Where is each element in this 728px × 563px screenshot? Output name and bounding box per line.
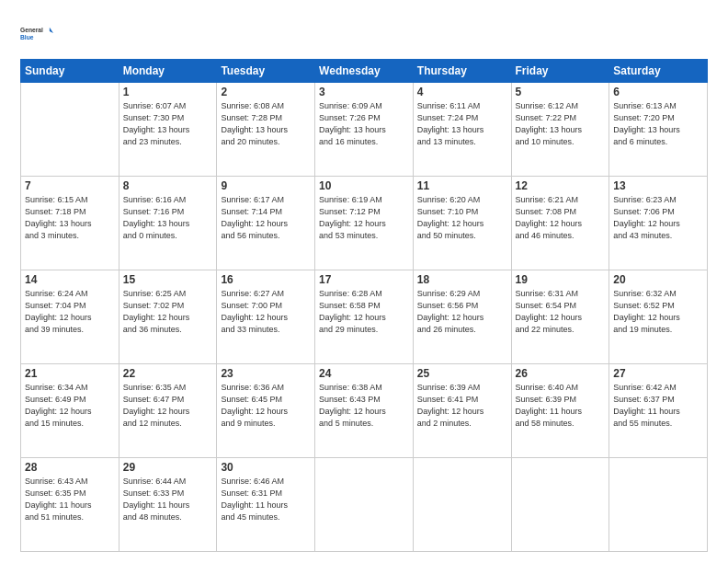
day-info: Sunrise: 6:32 AMSunset: 6:52 PMDaylight:… xyxy=(613,288,703,336)
day-info: Sunrise: 6:11 AMSunset: 7:24 PMDaylight:… xyxy=(417,100,507,148)
day-number: 27 xyxy=(613,367,703,380)
day-number: 10 xyxy=(319,179,409,192)
calendar-cell xyxy=(609,458,708,552)
day-number: 30 xyxy=(221,461,311,474)
day-number: 6 xyxy=(613,86,703,98)
day-info: Sunrise: 6:17 AMSunset: 7:14 PMDaylight:… xyxy=(221,194,311,242)
weekday-header: Thursday xyxy=(413,60,511,83)
calendar-cell: 7Sunrise: 6:15 AMSunset: 7:18 PMDaylight… xyxy=(21,177,119,270)
calendar-cell: 3Sunrise: 6:09 AMSunset: 7:26 PMDaylight… xyxy=(315,83,414,177)
day-info: Sunrise: 6:36 AMSunset: 6:45 PMDaylight:… xyxy=(221,382,311,430)
calendar-week-row: 1Sunrise: 6:07 AMSunset: 7:30 PMDaylight… xyxy=(21,83,708,177)
day-number: 14 xyxy=(25,273,115,286)
day-number: 11 xyxy=(417,179,507,192)
day-info: Sunrise: 6:29 AMSunset: 6:56 PMDaylight:… xyxy=(417,288,507,336)
calendar-cell: 9Sunrise: 6:17 AMSunset: 7:14 PMDaylight… xyxy=(217,177,315,270)
day-info: Sunrise: 6:40 AMSunset: 6:39 PMDaylight:… xyxy=(516,382,606,430)
day-number: 5 xyxy=(516,86,606,98)
day-info: Sunrise: 6:15 AMSunset: 7:18 PMDaylight:… xyxy=(25,194,115,242)
day-info: Sunrise: 6:19 AMSunset: 7:12 PMDaylight:… xyxy=(319,194,409,242)
calendar-cell: 28Sunrise: 6:43 AMSunset: 6:35 PMDayligh… xyxy=(21,458,119,552)
day-info: Sunrise: 6:27 AMSunset: 7:00 PMDaylight:… xyxy=(221,288,311,336)
calendar-cell: 20Sunrise: 6:32 AMSunset: 6:52 PMDayligh… xyxy=(609,270,708,364)
day-info: Sunrise: 6:21 AMSunset: 7:08 PMDaylight:… xyxy=(516,194,606,242)
day-number: 13 xyxy=(613,179,703,192)
day-number: 19 xyxy=(516,273,606,286)
day-number: 23 xyxy=(221,367,311,380)
day-info: Sunrise: 6:08 AMSunset: 7:28 PMDaylight:… xyxy=(221,100,311,148)
day-info: Sunrise: 6:42 AMSunset: 6:37 PMDaylight:… xyxy=(613,382,703,430)
day-info: Sunrise: 6:07 AMSunset: 7:30 PMDaylight:… xyxy=(123,100,213,148)
weekday-header: Saturday xyxy=(609,60,708,83)
day-number: 17 xyxy=(319,273,409,286)
day-number: 12 xyxy=(516,179,606,192)
day-number: 4 xyxy=(417,86,507,98)
day-info: Sunrise: 6:12 AMSunset: 7:22 PMDaylight:… xyxy=(516,100,606,148)
calendar-cell: 30Sunrise: 6:46 AMSunset: 6:31 PMDayligh… xyxy=(217,458,315,552)
day-number: 9 xyxy=(221,179,311,192)
day-number: 2 xyxy=(221,86,311,98)
calendar-cell xyxy=(413,458,511,552)
calendar-cell: 27Sunrise: 6:42 AMSunset: 6:37 PMDayligh… xyxy=(609,364,708,458)
day-info: Sunrise: 6:35 AMSunset: 6:47 PMDaylight:… xyxy=(123,382,213,430)
calendar-cell: 24Sunrise: 6:38 AMSunset: 6:43 PMDayligh… xyxy=(315,364,414,458)
calendar-cell xyxy=(511,458,609,552)
weekday-header: Friday xyxy=(511,60,609,83)
weekday-header: Monday xyxy=(119,60,217,83)
calendar-cell: 12Sunrise: 6:21 AMSunset: 7:08 PMDayligh… xyxy=(511,177,609,270)
calendar-week-row: 14Sunrise: 6:24 AMSunset: 7:04 PMDayligh… xyxy=(21,270,708,364)
calendar-week-row: 28Sunrise: 6:43 AMSunset: 6:35 PMDayligh… xyxy=(21,458,708,552)
calendar-cell: 10Sunrise: 6:19 AMSunset: 7:12 PMDayligh… xyxy=(315,177,414,270)
calendar-cell: 19Sunrise: 6:31 AMSunset: 6:54 PMDayligh… xyxy=(511,270,609,364)
calendar-week-row: 21Sunrise: 6:34 AMSunset: 6:49 PMDayligh… xyxy=(21,364,708,458)
calendar-cell: 8Sunrise: 6:16 AMSunset: 7:16 PMDaylight… xyxy=(119,177,217,270)
calendar-week-row: 7Sunrise: 6:15 AMSunset: 7:18 PMDaylight… xyxy=(21,177,708,270)
logo-svg: General Blue xyxy=(20,17,53,50)
calendar-cell: 4Sunrise: 6:11 AMSunset: 7:24 PMDaylight… xyxy=(413,83,511,177)
logo: General Blue xyxy=(20,17,53,50)
day-info: Sunrise: 6:28 AMSunset: 6:58 PMDaylight:… xyxy=(319,288,409,336)
day-info: Sunrise: 6:23 AMSunset: 7:06 PMDaylight:… xyxy=(613,194,703,242)
day-info: Sunrise: 6:31 AMSunset: 6:54 PMDaylight:… xyxy=(516,288,606,336)
day-number: 1 xyxy=(123,86,213,98)
day-number: 22 xyxy=(123,367,213,380)
calendar-cell xyxy=(315,458,414,552)
calendar-header-row: SundayMondayTuesdayWednesdayThursdayFrid… xyxy=(21,60,708,83)
day-info: Sunrise: 6:38 AMSunset: 6:43 PMDaylight:… xyxy=(319,382,409,430)
calendar-cell: 16Sunrise: 6:27 AMSunset: 7:00 PMDayligh… xyxy=(217,270,315,364)
calendar-cell: 14Sunrise: 6:24 AMSunset: 7:04 PMDayligh… xyxy=(21,270,119,364)
day-number: 24 xyxy=(319,367,409,380)
day-number: 7 xyxy=(25,179,115,192)
day-info: Sunrise: 6:24 AMSunset: 7:04 PMDaylight:… xyxy=(25,288,115,336)
calendar-cell: 25Sunrise: 6:39 AMSunset: 6:41 PMDayligh… xyxy=(413,364,511,458)
calendar-cell: 1Sunrise: 6:07 AMSunset: 7:30 PMDaylight… xyxy=(119,83,217,177)
calendar-cell: 29Sunrise: 6:44 AMSunset: 6:33 PMDayligh… xyxy=(119,458,217,552)
svg-marker-2 xyxy=(50,28,53,33)
day-info: Sunrise: 6:16 AMSunset: 7:16 PMDaylight:… xyxy=(123,194,213,242)
day-number: 3 xyxy=(319,86,409,98)
calendar-cell: 13Sunrise: 6:23 AMSunset: 7:06 PMDayligh… xyxy=(609,177,708,270)
day-info: Sunrise: 6:13 AMSunset: 7:20 PMDaylight:… xyxy=(613,100,703,148)
calendar-cell: 2Sunrise: 6:08 AMSunset: 7:28 PMDaylight… xyxy=(217,83,315,177)
svg-text:Blue: Blue xyxy=(20,34,34,40)
calendar-cell: 11Sunrise: 6:20 AMSunset: 7:10 PMDayligh… xyxy=(413,177,511,270)
day-number: 8 xyxy=(123,179,213,192)
weekday-header: Sunday xyxy=(21,60,119,83)
day-number: 16 xyxy=(221,273,311,286)
day-number: 29 xyxy=(123,461,213,474)
calendar-table: SundayMondayTuesdayWednesdayThursdayFrid… xyxy=(20,59,708,552)
calendar-cell: 17Sunrise: 6:28 AMSunset: 6:58 PMDayligh… xyxy=(315,270,414,364)
day-number: 21 xyxy=(25,367,115,380)
day-number: 28 xyxy=(25,461,115,474)
day-number: 25 xyxy=(417,367,507,380)
day-info: Sunrise: 6:25 AMSunset: 7:02 PMDaylight:… xyxy=(123,288,213,336)
page: General Blue SundayMondayTuesdayWednesda… xyxy=(0,0,728,563)
weekday-header: Tuesday xyxy=(217,60,315,83)
day-number: 26 xyxy=(516,367,606,380)
calendar-cell: 5Sunrise: 6:12 AMSunset: 7:22 PMDaylight… xyxy=(511,83,609,177)
weekday-header: Wednesday xyxy=(315,60,414,83)
day-info: Sunrise: 6:46 AMSunset: 6:31 PMDaylight:… xyxy=(221,476,311,523)
day-info: Sunrise: 6:39 AMSunset: 6:41 PMDaylight:… xyxy=(417,382,507,430)
day-info: Sunrise: 6:20 AMSunset: 7:10 PMDaylight:… xyxy=(417,194,507,242)
calendar-cell: 6Sunrise: 6:13 AMSunset: 7:20 PMDaylight… xyxy=(609,83,708,177)
